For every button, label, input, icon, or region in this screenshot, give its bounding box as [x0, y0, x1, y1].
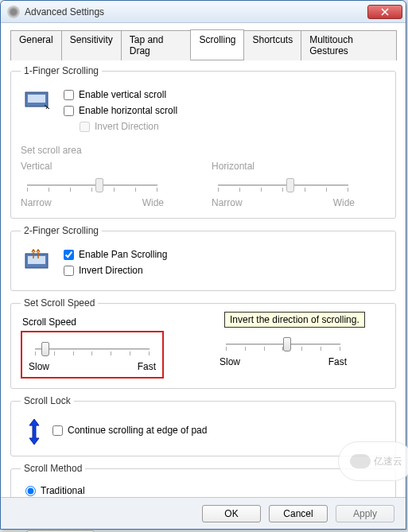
legend-2finger: 2-Finger Scrolling	[21, 225, 102, 236]
tab-general[interactable]: General	[10, 30, 62, 60]
watermark: 亿速云	[338, 441, 408, 481]
close-icon	[381, 8, 389, 16]
slider-vertical-area: Vertical NarrowWide	[21, 161, 164, 208]
group-2finger: 2-Finger Scrolling Enable Pan Scrolling …	[10, 225, 396, 291]
titlebar: Advanced Settings	[1, 1, 406, 23]
close-button[interactable]	[367, 5, 402, 19]
twofinger-icon	[24, 249, 52, 271]
scroll-lock-icon	[27, 417, 41, 446]
chk-invert-2finger-input[interactable]	[64, 266, 74, 276]
set-scroll-area-label: Set scroll area	[21, 145, 386, 156]
app-icon	[7, 6, 20, 18]
svg-rect-1	[28, 95, 45, 103]
scroll-speed-label: Scroll Speed	[22, 316, 164, 328]
radio-traditional-input[interactable]	[25, 486, 36, 496]
touchpad-icon	[24, 89, 52, 111]
group-1finger: 1-Finger Scrolling Enable vertical scrol…	[10, 65, 396, 219]
chk-continue-scrolling[interactable]: Continue scrolling at edge of pad	[52, 425, 207, 436]
legend-1finger: 1-Finger Scrolling	[21, 65, 102, 76]
cloud-icon	[350, 454, 371, 468]
apply-button[interactable]: Apply	[336, 505, 394, 522]
chk-invert-2finger[interactable]: Invert Direction	[64, 265, 386, 276]
cancel-button[interactable]: Cancel	[269, 505, 328, 522]
legend-scroll-lock: Scroll Lock	[21, 395, 74, 406]
legend-scroll-method: Scroll Method	[21, 463, 85, 474]
highlight-scroll-speed: SlowFast	[21, 331, 164, 379]
tab-bar: General Sensitivity Tap and Drag Scrolli…	[10, 29, 396, 60]
tab-sensitivity[interactable]: Sensitivity	[61, 30, 122, 60]
chk-vertical-scroll-input[interactable]	[64, 90, 74, 100]
label-horizontal: Horizontal	[212, 161, 355, 172]
chk-pan-scrolling-input[interactable]	[64, 250, 74, 260]
svg-rect-3	[28, 256, 45, 264]
tab-scrolling[interactable]: Scrolling	[190, 29, 244, 60]
radio-traditional[interactable]: Traditional	[25, 485, 386, 496]
chk-pan-scrolling[interactable]: Enable Pan Scrolling	[64, 249, 386, 260]
chk-continue-scrolling-input[interactable]	[52, 425, 63, 436]
tab-tap-and-drag[interactable]: Tap and Drag	[121, 30, 192, 60]
tooltip-invert: Invert the direction of scrolling.	[224, 312, 365, 328]
slider-horizontal-area: Horizontal NarrowWide	[212, 161, 355, 208]
tab-shortcuts[interactable]: Shortcuts	[243, 30, 301, 60]
chk-horizontal-scroll-input[interactable]	[64, 106, 74, 116]
chk-invert-1finger: Invert Direction	[80, 121, 386, 132]
label-vertical: Vertical	[21, 161, 164, 172]
dialog-footer: OK Cancel Apply	[1, 497, 406, 529]
window-title: Advanced Settings	[25, 6, 367, 17]
legend-scroll-speed: Set Scroll Speed	[21, 297, 98, 309]
group-scroll-speed: Set Scroll Speed Invert the direction of…	[10, 297, 396, 389]
slider-scroll-speed-1[interactable]: SlowFast	[29, 339, 156, 372]
settings-window: Advanced Settings General Sensitivity Ta…	[0, 0, 406, 530]
chk-invert-1finger-input	[80, 122, 90, 132]
chk-horizontal-scroll[interactable]: Enable horizontal scroll	[64, 105, 386, 116]
chk-vertical-scroll[interactable]: Enable vertical scroll	[64, 89, 386, 100]
ok-button[interactable]: OK	[202, 505, 261, 522]
slider-scroll-speed-2[interactable]: SlowFast	[220, 334, 347, 367]
tab-multitouch[interactable]: Multitouch Gestures	[301, 30, 397, 60]
group-scroll-lock: Scroll Lock Continue scrolling at edge o…	[10, 395, 396, 456]
